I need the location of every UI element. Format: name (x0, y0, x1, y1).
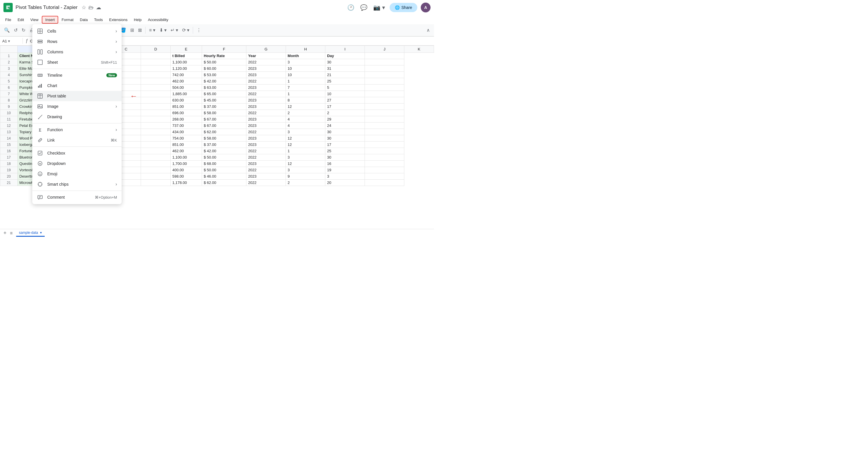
cell-r13-c6[interactable]: 2022 (246, 129, 286, 135)
cell-r3-c3[interactable] (141, 65, 170, 72)
col-header-d[interactable]: D (141, 46, 170, 53)
cell-r16-c9[interactable] (365, 148, 404, 154)
cell-r5-c3[interactable] (141, 78, 170, 85)
sheet-tab-sample-data[interactable]: sample-data ▾ (16, 230, 45, 237)
cell-r4-c5[interactable]: $ 53.00 (202, 72, 246, 78)
cell-r10-c8[interactable]: 2 (326, 110, 365, 116)
cell-r19-c6[interactable]: 2022 (246, 167, 286, 173)
cell-r18-c5[interactable]: $ 68.00 (202, 160, 246, 167)
menu-item-drawing[interactable]: Drawing (32, 112, 122, 122)
menu-item-columns[interactable]: Columns › (32, 47, 122, 57)
cell-r3-c8[interactable]: 31 (326, 65, 365, 72)
cell-r6-c8[interactable]: 5 (326, 85, 365, 91)
cell-r5-c5[interactable]: $ 42.00 (202, 78, 246, 85)
cell-r8-c7[interactable]: 8 (286, 97, 326, 103)
menu-item-sheet[interactable]: Sheet Shift+F11 (32, 57, 122, 67)
cell-r11-c4[interactable]: 268.00 (170, 116, 202, 122)
cell-r14-c5[interactable]: $ 58.00 (202, 135, 246, 142)
cell-reference[interactable]: A1 ▾ (2, 39, 20, 43)
cell-r1-c5[interactable]: Hourly Rate (202, 53, 246, 59)
col-header-k[interactable]: K (404, 46, 434, 53)
menu-item-smart-chips[interactable]: Smart chips › (32, 179, 122, 189)
cell-r14-c7[interactable]: 12 (286, 135, 326, 142)
menu-data[interactable]: Data (77, 17, 91, 23)
cell-r20-c5[interactable]: $ 46.00 (202, 173, 246, 180)
redo-btn[interactable]: ↻ (20, 26, 27, 34)
cell-r14-c9[interactable] (365, 135, 404, 142)
cell-r21-c3[interactable] (141, 180, 170, 186)
cell-r1-c8[interactable]: Day (326, 53, 365, 59)
cell-r14-c6[interactable]: 2023 (246, 135, 286, 142)
cell-r19-c9[interactable] (365, 167, 404, 173)
cell-r2-c6[interactable]: 2022 (246, 59, 286, 65)
cell-r10-c5[interactable]: $ 58.00 (202, 110, 246, 116)
menu-item-cells[interactable]: Cells › (32, 26, 122, 36)
cell-r20-c9[interactable] (365, 173, 404, 180)
col-header-f[interactable]: F (202, 46, 246, 53)
undo-btn[interactable]: ↺ (12, 26, 19, 34)
cell-r2-c7[interactable]: 3 (286, 59, 326, 65)
cell-r20-c4[interactable]: 598.00 (170, 173, 202, 180)
borders-btn[interactable]: ⊞ (128, 26, 136, 34)
cell-r9-c3[interactable] (141, 103, 170, 110)
col-header-e[interactable]: E (170, 46, 202, 53)
cell-r12-c5[interactable]: $ 67.00 (202, 122, 246, 129)
share-button[interactable]: 🌐 Share (390, 3, 417, 12)
cell-r21-c8[interactable]: 20 (326, 180, 365, 186)
cell-r6-c7[interactable]: 7 (286, 85, 326, 91)
cell-r20-c3[interactable] (141, 173, 170, 180)
menu-item-function[interactable]: Σ Function › (32, 124, 122, 135)
cell-r18-c4[interactable]: 1,700.00 (170, 160, 202, 167)
cell-r12-c3[interactable] (141, 122, 170, 129)
cell-r16-c3[interactable] (141, 148, 170, 154)
cell-r17-c9[interactable] (365, 154, 404, 160)
cell-r18-c9[interactable] (365, 160, 404, 167)
cell-r4-c6[interactable]: 2023 (246, 72, 286, 78)
cell-r9-c5[interactable]: $ 37.00 (202, 103, 246, 110)
col-header-j[interactable]: J (365, 46, 404, 53)
cell-r21-c5[interactable]: $ 62.00 (202, 180, 246, 186)
comment-button[interactable]: 💬 (359, 3, 369, 12)
cell-r16-c5[interactable]: $ 42.00 (202, 148, 246, 154)
cell-r20-c8[interactable]: 3 (326, 173, 365, 180)
cell-r3-c6[interactable]: 2023 (246, 65, 286, 72)
cell-r13-c5[interactable]: $ 62.00 (202, 129, 246, 135)
cell-r6-c4[interactable]: 504.00 (170, 85, 202, 91)
cell-r17-c8[interactable]: 30 (326, 154, 365, 160)
cell-r11-c7[interactable]: 4 (286, 116, 326, 122)
cell-r2-c4[interactable]: 1,100.00 (170, 59, 202, 65)
cell-r19-c3[interactable] (141, 167, 170, 173)
menu-edit[interactable]: Edit (15, 17, 27, 23)
cell-r4-c4[interactable]: 742.00 (170, 72, 202, 78)
video-button[interactable]: 📷 ▾ (372, 3, 386, 12)
cell-r4-c9[interactable] (365, 72, 404, 78)
cell-r15-c3[interactable] (141, 142, 170, 148)
menu-help[interactable]: Help (131, 17, 144, 23)
cell-r20-c7[interactable]: 9 (286, 173, 326, 180)
cell-r2-c8[interactable]: 30 (326, 59, 365, 65)
cell-r18-c6[interactable]: 2023 (246, 160, 286, 167)
more-btn[interactable]: ⋮ (195, 26, 203, 34)
cell-r6-c5[interactable]: $ 63.00 (202, 85, 246, 91)
menu-item-rows[interactable]: Rows › (32, 36, 122, 47)
wrap-btn[interactable]: ↵ ▾ (169, 26, 180, 34)
cell-r19-c5[interactable]: $ 50.00 (202, 167, 246, 173)
cell-r11-c6[interactable]: 2023 (246, 116, 286, 122)
cell-r13-c8[interactable]: 30 (326, 129, 365, 135)
cell-r13-c4[interactable]: 434.00 (170, 129, 202, 135)
cell-r19-c7[interactable]: 3 (286, 167, 326, 173)
cell-r10-c3[interactable] (141, 110, 170, 116)
menu-extensions[interactable]: Extensions (106, 17, 130, 23)
menu-item-pivot[interactable]: Pivot table ← (32, 91, 122, 101)
cell-r6-c9[interactable] (365, 85, 404, 91)
cloud-icon[interactable]: ☁ (96, 4, 101, 11)
menu-accessibility[interactable]: Accessibility (145, 17, 171, 23)
menu-format[interactable]: Format (59, 17, 76, 23)
cell-r5-c9[interactable] (365, 78, 404, 85)
cell-r19-c4[interactable]: 400.00 (170, 167, 202, 173)
cell-r8-c5[interactable]: $ 45.00 (202, 97, 246, 103)
cell-r9-c9[interactable] (365, 103, 404, 110)
valign-btn[interactable]: ⬇ ▾ (158, 26, 168, 34)
cell-r14-c4[interactable]: 754.00 (170, 135, 202, 142)
cell-r17-c6[interactable]: 2022 (246, 154, 286, 160)
